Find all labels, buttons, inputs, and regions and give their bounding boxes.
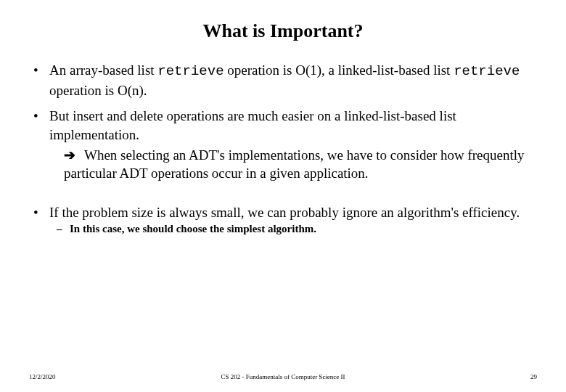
footer: 12/2/2020 CS 202 - Fundamentals of Compu…: [29, 373, 537, 380]
slide-title: What is Important?: [29, 20, 537, 42]
footer-page: 29: [530, 373, 537, 380]
bullet-list-2: If the problem size is always small, we …: [29, 203, 537, 237]
text: operation is O(1), a linked-list-based l…: [224, 62, 454, 78]
bullet-list: An array-based list retrieve operation i…: [29, 61, 537, 183]
bullet-1: An array-based list retrieve operation i…: [29, 61, 537, 99]
text: If the problem size is always small, we …: [49, 205, 520, 220]
code: retrieve: [454, 63, 520, 79]
sub-bullet: In this case, we should choose the simpl…: [49, 221, 537, 236]
text: An array-based list: [49, 62, 157, 78]
footer-date: 12/2/2020: [29, 373, 56, 380]
spacer: [29, 190, 537, 203]
bullet-3: If the problem size is always small, we …: [29, 203, 537, 237]
code: retrieve: [157, 63, 223, 79]
slide: What is Important? An array-based list r…: [0, 0, 566, 392]
text: But insert and delete operations are muc…: [49, 108, 456, 142]
bullet-2: But insert and delete operations are muc…: [29, 107, 537, 183]
arrow-right-icon: ➔: [64, 146, 75, 165]
footer-course: CS 202 - Fundamentals of Computer Scienc…: [221, 373, 345, 380]
slide-content: An array-based list retrieve operation i…: [29, 61, 537, 237]
arrow-line: ➔When selecting an ADT's implementations…: [49, 146, 537, 183]
text: When selecting an ADT's implementations,…: [64, 147, 525, 181]
text: operation is O(n).: [49, 83, 147, 98]
